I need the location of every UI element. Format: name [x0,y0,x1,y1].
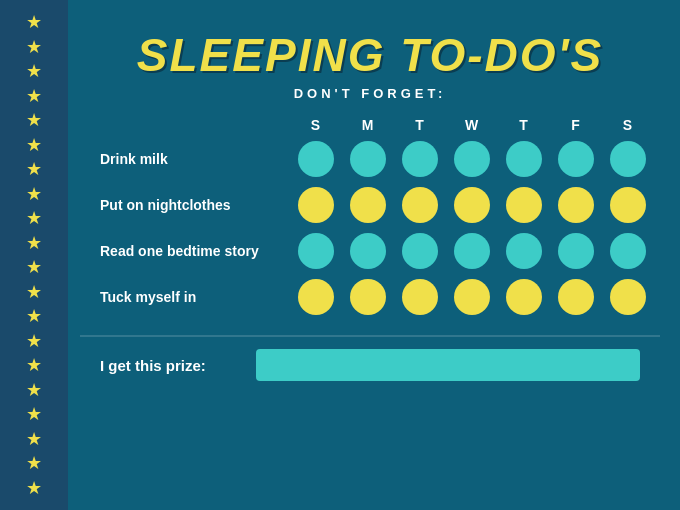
prize-input[interactable] [256,349,640,381]
task-grid: S M T W T F S Drink milk Put on nightclo… [80,117,660,325]
star-icon: ★ [26,185,42,203]
task-label-drink-milk: Drink milk [100,151,290,167]
dot-tuck-s [298,279,334,315]
star-icon: ★ [26,13,42,31]
dot-tuck-t1 [402,279,438,315]
star-icon: ★ [26,381,42,399]
star-icon: ★ [26,62,42,80]
dot-story-w [454,233,490,269]
dot-nightclothes-m [350,187,386,223]
dot-story-m [350,233,386,269]
dot-story-s [298,233,334,269]
dot-tuck-t2 [506,279,542,315]
star-icon: ★ [26,234,42,252]
dot-nightclothes-w [454,187,490,223]
day-label-s2: S [602,117,654,133]
day-label-t1: T [394,117,446,133]
day-label-t2: T [498,117,550,133]
star-icon: ★ [26,136,42,154]
task-label-tuck-in: Tuck myself in [100,289,290,305]
day-label-w: W [446,117,498,133]
day-label-f: F [550,117,602,133]
task-label-nightclothes: Put on nightclothes [100,197,290,213]
dot-drink-milk-s [298,141,334,177]
day-label-s1: S [290,117,342,133]
star-icon: ★ [26,258,42,276]
task-row-nightclothes: Put on nightclothes [100,187,660,223]
dot-story-s2 [610,233,646,269]
subtitle: DON'T FORGET: [294,86,447,101]
dot-nightclothes-s [298,187,334,223]
star-icon: ★ [26,479,42,497]
dot-story-f [558,233,594,269]
star-icon: ★ [26,307,42,325]
dot-drink-milk-f [558,141,594,177]
star-icon: ★ [26,356,42,374]
dot-drink-milk-t1 [402,141,438,177]
dot-drink-milk-t2 [506,141,542,177]
prize-row: I get this prize: [80,335,660,381]
dot-drink-milk-s2 [610,141,646,177]
star-icon: ★ [26,332,42,350]
dot-nightclothes-t2 [506,187,542,223]
stars-border: ★ ★ ★ ★ ★ ★ ★ ★ ★ ★ ★ ★ ★ ★ ★ ★ ★ ★ ★ ★ [0,0,68,510]
dot-nightclothes-s2 [610,187,646,223]
dot-tuck-s2 [610,279,646,315]
star-icon: ★ [26,111,42,129]
star-icon: ★ [26,430,42,448]
star-icon: ★ [26,38,42,56]
day-label-m: M [342,117,394,133]
dot-story-t1 [402,233,438,269]
dot-tuck-w [454,279,490,315]
task-row-bedtime-story: Read one bedtime story [100,233,660,269]
dot-nightclothes-t1 [402,187,438,223]
star-icon: ★ [26,454,42,472]
task-label-bedtime-story: Read one bedtime story [100,243,290,259]
days-header-row: S M T W T F S [100,117,660,133]
page-title: SLEEPING TO-DO'S [137,28,603,82]
star-icon: ★ [26,405,42,423]
dot-story-t2 [506,233,542,269]
task-row-drink-milk: Drink milk [100,141,660,177]
task-row-tuck-in: Tuck myself in [100,279,660,315]
star-icon: ★ [26,209,42,227]
star-icon: ★ [26,160,42,178]
dot-drink-milk-w [454,141,490,177]
prize-label: I get this prize: [100,357,240,374]
dot-tuck-m [350,279,386,315]
star-icon: ★ [26,87,42,105]
dot-nightclothes-f [558,187,594,223]
dot-tuck-f [558,279,594,315]
dot-drink-milk-m [350,141,386,177]
star-icon: ★ [26,283,42,301]
main-container: ★ ★ ★ ★ ★ ★ ★ ★ ★ ★ ★ ★ ★ ★ ★ ★ ★ ★ ★ ★ … [0,0,680,510]
